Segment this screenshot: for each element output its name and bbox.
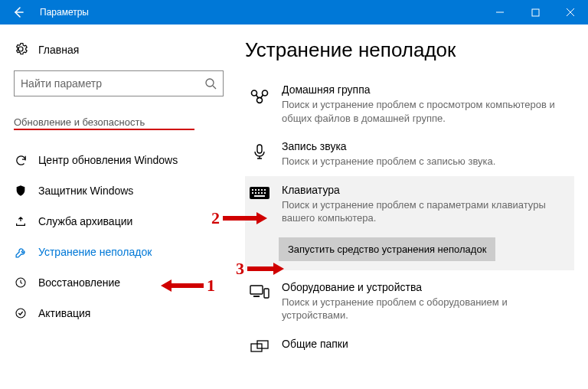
item-description: Поиск и устранение проблем с параметрами… — [282, 198, 568, 225]
item-heading: Домашняя группа — [282, 83, 568, 96]
maximize-button[interactable] — [518, 0, 553, 25]
item-description: Поиск и устранение проблем с записью зву… — [282, 155, 568, 168]
svg-line-6 — [213, 86, 216, 89]
sidebar-item-backup[interactable]: Служба архивации — [14, 206, 224, 237]
shield-icon — [14, 185, 28, 197]
microphone-icon — [247, 140, 273, 168]
svg-rect-25 — [250, 286, 263, 294]
page-title: Устранение неполадок — [245, 38, 574, 62]
sidebar-item-windows-update[interactable]: Центр обновления Windows — [14, 145, 224, 175]
close-button[interactable] — [553, 0, 588, 25]
minimize-icon — [495, 8, 505, 17]
svg-point-5 — [206, 79, 214, 87]
run-button-label: Запустить средство устранения неполадок — [288, 244, 486, 255]
sync-icon — [14, 154, 28, 167]
svg-rect-18 — [264, 189, 266, 191]
arrow-left-icon — [12, 6, 24, 18]
troubleshoot-item-recording[interactable]: Запись звука Поиск и устранение проблем … — [245, 132, 574, 176]
close-icon — [566, 8, 575, 17]
maximize-icon — [531, 8, 540, 17]
svg-rect-27 — [253, 296, 260, 297]
homegroup-icon — [247, 83, 273, 125]
search-icon — [204, 77, 217, 90]
svg-rect-29 — [257, 341, 268, 348]
sidebar: Главная Найти параметр Обновление и безо… — [0, 25, 237, 389]
window-title: Параметры — [37, 7, 482, 18]
sidebar-item-label: Устранение неполадок — [38, 246, 152, 258]
sidebar-item-label: Защитник Windows — [38, 185, 133, 197]
item-heading: Клавиатура — [282, 184, 568, 196]
svg-rect-19 — [252, 192, 253, 194]
svg-point-8 — [16, 309, 25, 318]
sidebar-item-recovery[interactable]: Восстановление — [14, 267, 224, 298]
item-description: Поиск и устранение проблем с оборудовани… — [282, 296, 568, 322]
svg-rect-15 — [255, 189, 256, 191]
item-heading: Запись звука — [282, 140, 568, 152]
wrench-icon — [14, 246, 28, 259]
keyboard-icon — [247, 184, 273, 225]
sidebar-home-label: Главная — [38, 44, 79, 56]
content-area: Главная Найти параметр Обновление и безо… — [0, 25, 588, 389]
svg-point-11 — [257, 97, 263, 103]
item-heading: Оборудование и устройства — [282, 281, 568, 293]
svg-rect-22 — [261, 192, 263, 194]
svg-rect-28 — [251, 344, 262, 351]
svg-rect-14 — [252, 189, 253, 191]
troubleshoot-item-keyboard[interactable]: Клавиатура Поиск и устранение проблем с … — [245, 176, 574, 233]
sidebar-item-activation[interactable]: Активация — [14, 298, 224, 329]
search-input[interactable]: Найти параметр — [14, 70, 224, 96]
sidebar-home[interactable]: Главная — [14, 37, 224, 63]
back-button[interactable] — [0, 0, 37, 25]
sidebar-section-title: Обновление и безопасность — [14, 116, 224, 128]
devices-icon — [247, 281, 273, 322]
svg-rect-20 — [255, 192, 256, 194]
svg-rect-2 — [532, 9, 539, 16]
sidebar-item-label: Служба архивации — [38, 215, 132, 227]
sidebar-item-defender[interactable]: Защитник Windows — [14, 175, 224, 206]
annotation-number-3: 3 — [236, 259, 244, 279]
run-troubleshooter-button[interactable]: Запустить средство устранения неполадок — [279, 237, 495, 261]
svg-rect-16 — [258, 189, 260, 191]
clock-icon — [14, 276, 28, 289]
sidebar-item-label: Центр обновления Windows — [38, 154, 178, 166]
troubleshoot-item-shared-folders[interactable]: Общие папки — [245, 330, 574, 364]
sidebar-item-troubleshoot[interactable]: Устранение неполадок — [14, 237, 224, 267]
minimize-button[interactable] — [482, 0, 518, 25]
item-description: Поиск и устранение проблем с просмотром … — [282, 98, 568, 125]
key-check-icon — [14, 307, 28, 319]
titlebar: Параметры — [0, 0, 588, 25]
history-arrow-icon — [14, 215, 28, 227]
svg-rect-17 — [261, 189, 263, 191]
item-heading: Общие папки — [282, 338, 568, 350]
troubleshoot-item-hardware[interactable]: Оборудование и устройства Поиск и устран… — [245, 273, 574, 330]
svg-rect-26 — [264, 289, 269, 298]
svg-rect-12 — [257, 145, 262, 153]
main-panel: Устранение неполадок Домашняя группа Пои… — [237, 25, 588, 389]
sidebar-item-label: Активация — [38, 307, 90, 319]
folders-icon — [247, 338, 273, 356]
annotation-underline — [14, 129, 194, 130]
search-placeholder: Найти параметр — [21, 77, 204, 90]
gear-icon — [14, 42, 28, 58]
svg-rect-21 — [258, 192, 260, 194]
sidebar-item-label: Восстановление — [38, 276, 120, 289]
svg-rect-23 — [264, 192, 266, 194]
svg-rect-24 — [254, 195, 265, 197]
troubleshoot-item-homegroup[interactable]: Домашняя группа Поиск и устранение пробл… — [245, 76, 574, 132]
